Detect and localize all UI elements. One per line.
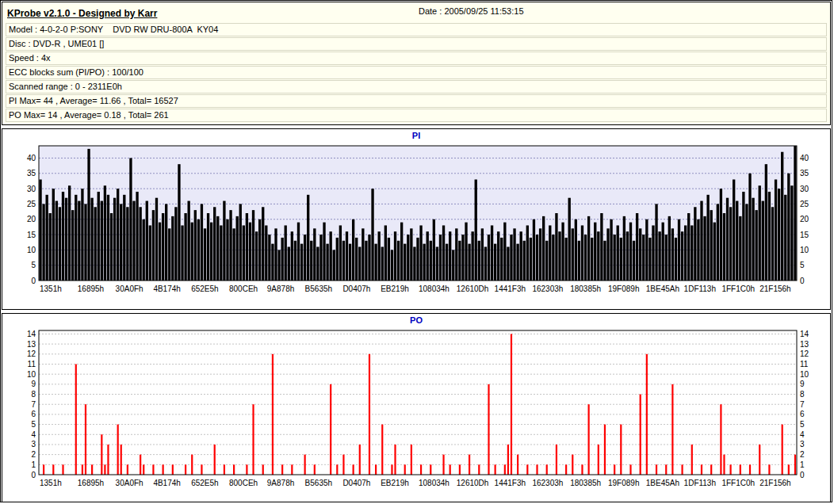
svg-text:7: 7 — [31, 400, 36, 409]
svg-text:162303h: 162303h — [532, 284, 563, 293]
svg-text:1FF1C0h: 1FF1C0h — [721, 479, 755, 487]
svg-text:14: 14 — [27, 330, 36, 338]
info-row-disc: Disc : DVD-R , UME01 [] — [6, 37, 827, 51]
svg-text:16895h: 16895h — [78, 479, 104, 487]
svg-text:7: 7 — [800, 400, 805, 409]
svg-text:1441F3h: 1441F3h — [495, 479, 526, 487]
svg-text:4B174h: 4B174h — [153, 479, 180, 487]
svg-text:11: 11 — [28, 360, 36, 368]
svg-text:108034h: 108034h — [419, 479, 450, 487]
svg-text:10: 10 — [27, 246, 36, 254]
svg-text:19F089h: 19F089h — [608, 284, 639, 293]
svg-text:20: 20 — [27, 215, 36, 223]
svg-text:1DF113h: 1DF113h — [684, 479, 716, 487]
svg-text:5: 5 — [31, 420, 36, 429]
svg-text:5: 5 — [800, 261, 805, 269]
svg-text:12: 12 — [27, 349, 36, 358]
svg-text:3: 3 — [800, 440, 805, 449]
svg-text:14: 14 — [800, 330, 809, 338]
svg-text:108034h: 108034h — [419, 284, 450, 293]
svg-text:0: 0 — [31, 471, 36, 479]
svg-text:4: 4 — [31, 430, 36, 439]
svg-text:1441F3h: 1441F3h — [495, 284, 526, 293]
svg-text:21F156h: 21F156h — [759, 284, 790, 293]
svg-text:800CEh: 800CEh — [229, 479, 258, 487]
svg-text:0: 0 — [31, 277, 36, 285]
info-rows: Model : 4-0-2-0 P:SONY DVD RW DRU-800A K… — [2, 21, 830, 122]
svg-text:2: 2 — [800, 450, 805, 459]
svg-text:20: 20 — [800, 215, 809, 223]
svg-text:21F156h: 21F156h — [759, 479, 790, 487]
svg-text:1DF113h: 1DF113h — [684, 284, 716, 293]
svg-text:6: 6 — [31, 410, 36, 418]
svg-text:13: 13 — [800, 340, 809, 349]
po-chart-panel: PO 0011223344556677889910101111121213131… — [2, 313, 831, 502]
svg-text:EB219h: EB219h — [381, 284, 409, 293]
svg-text:2: 2 — [31, 450, 36, 459]
svg-text:35: 35 — [800, 169, 809, 178]
svg-text:0: 0 — [800, 277, 805, 285]
svg-text:9A878h: 9A878h — [267, 284, 294, 293]
svg-text:30A0Fh: 30A0Fh — [116, 284, 143, 293]
svg-text:1: 1 — [31, 460, 36, 469]
svg-text:30: 30 — [800, 185, 809, 193]
pi-chart-svg: 005510101515202025253030353540401351h168… — [2, 141, 832, 309]
svg-text:12610Dh: 12610Dh — [457, 284, 489, 293]
svg-text:1FF1C0h: 1FF1C0h — [721, 284, 755, 293]
svg-text:1351h: 1351h — [40, 284, 62, 293]
svg-text:12: 12 — [800, 349, 809, 358]
svg-text:EB219h: EB219h — [381, 479, 409, 487]
svg-text:180385h: 180385h — [570, 284, 601, 293]
po-chart-svg: 0011223344556677889910101111121213131414… — [2, 326, 832, 502]
svg-text:800CEh: 800CEh — [229, 284, 258, 293]
app-title: KProbe v2.1.0 - Designed by Karr — [7, 8, 157, 19]
svg-text:6: 6 — [800, 410, 805, 418]
svg-text:30A0Fh: 30A0Fh — [116, 479, 143, 487]
svg-text:25: 25 — [27, 200, 36, 208]
pi-chart-title: PI — [2, 129, 830, 141]
svg-text:16895h: 16895h — [78, 284, 104, 293]
svg-text:15: 15 — [800, 231, 809, 239]
svg-text:B5635h: B5635h — [305, 479, 332, 487]
svg-text:10: 10 — [27, 370, 36, 379]
kprobe-report-page: KProbe v2.1.0 - Designed by Karr Date : … — [0, 0, 832, 502]
svg-text:D0407h: D0407h — [342, 284, 370, 293]
svg-text:5: 5 — [800, 420, 805, 429]
info-row-speed: Speed : 4x — [6, 52, 827, 65]
info-row-scanned-range: Scanned range : 0 - 2311E0h — [6, 80, 827, 94]
svg-text:40: 40 — [27, 154, 36, 162]
svg-text:0: 0 — [800, 471, 805, 479]
po-chart-title: PO — [2, 314, 830, 326]
svg-text:1BE45Ah: 1BE45Ah — [646, 284, 679, 293]
svg-text:12610Dh: 12610Dh — [457, 479, 489, 487]
header-panel: KProbe v2.1.0 - Designed by Karr Date : … — [2, 2, 831, 125]
svg-text:35: 35 — [27, 169, 36, 178]
pi-chart-panel: PI 005510101515202025253030353540401351h… — [2, 128, 831, 310]
svg-text:1: 1 — [800, 460, 805, 469]
svg-text:9: 9 — [800, 380, 805, 388]
svg-text:11: 11 — [800, 360, 809, 368]
svg-text:15: 15 — [27, 231, 36, 239]
svg-text:B5635h: B5635h — [305, 284, 332, 293]
svg-text:9A878h: 9A878h — [267, 479, 294, 487]
svg-text:162303h: 162303h — [532, 479, 563, 487]
svg-text:10: 10 — [800, 246, 809, 254]
info-row-po-stats: PO Max= 14 , Average= 0.18 , Total= 261 — [6, 109, 827, 122]
svg-text:30: 30 — [27, 185, 36, 193]
svg-text:D0407h: D0407h — [342, 479, 370, 487]
svg-text:8: 8 — [800, 390, 805, 399]
svg-text:3: 3 — [31, 440, 36, 449]
svg-text:652E5h: 652E5h — [191, 284, 218, 293]
svg-text:1351h: 1351h — [40, 479, 62, 487]
svg-text:5: 5 — [31, 261, 36, 269]
svg-text:180385h: 180385h — [570, 479, 601, 487]
svg-text:10: 10 — [800, 370, 809, 379]
svg-text:19F089h: 19F089h — [608, 479, 639, 487]
svg-text:9: 9 — [31, 380, 36, 388]
svg-text:8: 8 — [31, 390, 36, 399]
info-row-model: Model : 4-0-2-0 P:SONY DVD RW DRU-800A K… — [6, 23, 827, 36]
svg-text:652E5h: 652E5h — [191, 479, 218, 487]
info-row-pi-stats: PI Max= 44 , Average= 11.66 , Total= 165… — [6, 94, 827, 108]
svg-text:40: 40 — [800, 154, 809, 162]
svg-text:4B174h: 4B174h — [153, 284, 180, 293]
